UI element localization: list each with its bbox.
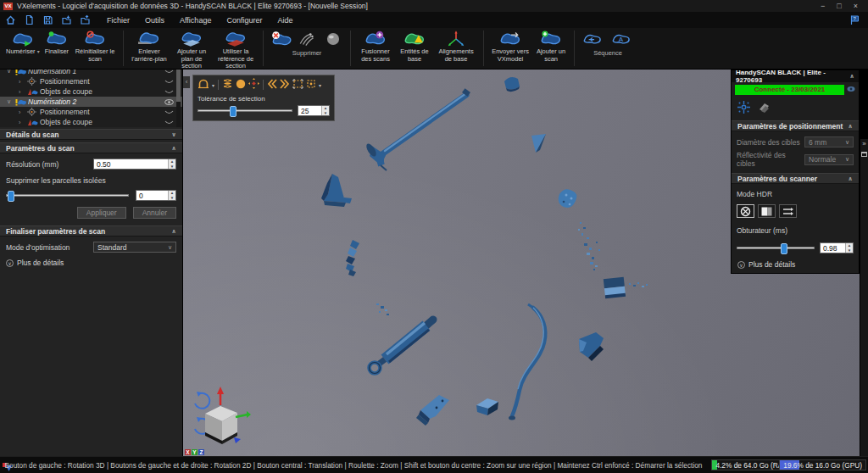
tree-item-objets-coupe-1[interactable]: › Objets de coupe: [0, 86, 182, 97]
scan-fragment-sparse-scatter[interactable]: [578, 222, 600, 270]
navigation-cube[interactable]: [183, 385, 251, 446]
cancel-button[interactable]: Annuler: [133, 207, 176, 219]
scan-details-section-header[interactable]: Détails du scan ∨: [0, 129, 182, 140]
tree-scrollbar-thumb[interactable]: [176, 70, 181, 102]
tolerance-input[interactable]: 25 ▲▼: [298, 105, 330, 116]
visibility-off-icon[interactable]: [162, 109, 175, 115]
visibility-off-icon[interactable]: [162, 79, 175, 85]
rotate-selection-right-icon[interactable]: [280, 77, 290, 92]
positioning-targets-icon[interactable]: [737, 100, 751, 116]
isolated-patches-input[interactable]: 0 ▲▼: [136, 190, 176, 201]
resolution-input[interactable]: 0.50 ▲▼: [93, 159, 176, 170]
select-visible-icon[interactable]: [306, 77, 316, 92]
visibility-off-icon[interactable]: [162, 120, 175, 125]
scan-fragment-triangle[interactable]: [531, 134, 546, 153]
slider-thumb[interactable]: [781, 243, 787, 254]
viewport-3d[interactable]: ‹: [183, 70, 860, 456]
send-to-vxmodel-button[interactable]: Envoyer vers VXmodel: [488, 30, 532, 64]
finalize-params-section-header[interactable]: Finaliser paramètres de scan ∧: [0, 225, 182, 236]
close-button[interactable]: ×: [854, 1, 858, 11]
scanner-params-section-header[interactable]: Paramètres du scanner ∧: [732, 173, 859, 184]
scan-button[interactable]: Numériser ▾: [3, 30, 42, 57]
selection-mode-dropdown-icon[interactable]: ▾: [212, 82, 214, 88]
select-through-icon[interactable]: [292, 77, 303, 92]
menu-outils[interactable]: Outils: [137, 14, 172, 27]
visibility-off-icon[interactable]: [162, 70, 175, 75]
float-panel-button[interactable]: [861, 152, 867, 157]
isolated-patches-slider[interactable]: [6, 194, 129, 197]
scan-fragment-tiny-scatter[interactable]: [376, 303, 389, 315]
scan-fragment-angular-bracket[interactable]: [579, 332, 604, 361]
reset-scan-button[interactable]: Réinitialiser le scan: [71, 30, 119, 64]
delete-brush-button[interactable]: [295, 30, 320, 48]
tree-item-objets-coupe-2[interactable]: › Objets de coupe: [0, 117, 182, 127]
scan-params-section-header[interactable]: Paramètres du scan ∧: [0, 142, 182, 153]
visibility-on-icon[interactable]: [162, 99, 175, 105]
scanner-panel-header[interactable]: HandySCAN BLACK | Elite - 9270693 ∧: [732, 70, 859, 82]
whats-new-flag-icon[interactable]: ?: [849, 14, 860, 25]
connected-selection-icon[interactable]: [222, 77, 233, 92]
mesh-surface-icon[interactable]: [758, 102, 771, 115]
basic-entities-button[interactable]: Entités de base: [396, 30, 433, 64]
menu-fichier[interactable]: Fichier: [99, 14, 137, 27]
scan-fragment-box[interactable]: [604, 277, 648, 298]
scan-fragment-cap[interactable]: [504, 77, 520, 92]
positioning-params-section-header[interactable]: Paramètres de positionnement ∧: [732, 120, 859, 131]
basic-alignments-button[interactable]: Alignements de base: [433, 30, 479, 64]
hdr-mode-surface-button[interactable]: [758, 204, 776, 218]
scan-dropdown-icon[interactable]: ▾: [37, 49, 40, 54]
delete-selection-button[interactable]: [268, 30, 295, 48]
reflectivity-select[interactable]: Normale ∨: [804, 154, 854, 165]
slider-thumb[interactable]: [230, 106, 236, 117]
hdr-mode-auto-exposure-button[interactable]: [779, 204, 797, 218]
tolerance-slider[interactable]: [198, 109, 292, 112]
scan-fragment-shock-absorber[interactable]: [370, 320, 434, 374]
spinner-arrows-icon[interactable]: ▲▼: [168, 159, 175, 169]
tree-item-positionnement-2[interactable]: › Positionnement: [0, 107, 182, 117]
new-session-icon[interactable]: [24, 14, 35, 25]
export-session-icon[interactable]: [80, 14, 91, 25]
visibility-off-icon[interactable]: [162, 89, 175, 95]
sequence-previous-button[interactable]: [579, 30, 608, 48]
expand-chevron-icon[interactable]: ∨: [7, 70, 15, 75]
hdr-mode-targets-button[interactable]: [737, 204, 754, 218]
minimize-button[interactable]: −: [821, 1, 825, 11]
shutter-slider[interactable]: [737, 247, 815, 249]
scan-fragment-flat-bracket[interactable]: [416, 395, 449, 426]
grow-selection-icon[interactable]: [248, 77, 259, 92]
slider-thumb[interactable]: [8, 191, 14, 202]
add-section-plane-button[interactable]: Ajouter un plan de section: [170, 30, 213, 71]
rotate-ccw-icon[interactable]: [195, 393, 209, 409]
tree-item-numerisation-1[interactable]: ∨ Numérisation 1: [0, 70, 182, 76]
apply-button[interactable]: Appliquer: [77, 207, 126, 219]
collapsed-chevron-icon[interactable]: ›: [19, 120, 27, 125]
import-session-icon[interactable]: [61, 14, 72, 25]
tree-item-numerisation-2[interactable]: ∨ Numérisation 2: [0, 97, 182, 107]
collapsed-chevron-icon[interactable]: ›: [19, 89, 27, 95]
rotate-selection-left-icon[interactable]: [267, 77, 277, 92]
scan-fragment-small-box[interactable]: [476, 398, 498, 415]
spinner-arrows-icon[interactable]: ▲▼: [845, 243, 853, 253]
scan-fragment-jagged-strip[interactable]: [346, 240, 359, 276]
menu-configurer[interactable]: Configurer: [219, 14, 270, 27]
restore-button[interactable]: □: [837, 1, 841, 11]
expand-chevron-icon[interactable]: ∨: [7, 98, 15, 105]
delete-sphere-button[interactable]: [320, 30, 346, 48]
add-scan-button[interactable]: Ajouter un scan: [532, 30, 570, 64]
brush-selection-icon[interactable]: [236, 77, 246, 92]
collapsed-chevron-icon[interactable]: ›: [19, 109, 27, 115]
target-diameter-select[interactable]: 6 mm ∨: [804, 136, 854, 147]
scan-fragment-patch-blob[interactable]: [559, 189, 577, 208]
scanner-view-icon[interactable]: [847, 86, 855, 94]
shutter-input[interactable]: 0.98 ▲▼: [820, 242, 854, 253]
spinner-arrows-icon[interactable]: ▲▼: [168, 191, 175, 200]
expand-panel-button[interactable]: »: [860, 139, 868, 149]
finalize-button[interactable]: Finaliser: [42, 30, 71, 57]
scan-fragment-bent-tube[interactable]: [364, 88, 470, 170]
freeform-selection-icon[interactable]: [198, 77, 209, 92]
tree-item-positionnement-1[interactable]: › Positionnement: [0, 76, 182, 86]
more-selection-tools-icon[interactable]: ▾: [319, 82, 321, 88]
save-session-icon[interactable]: [42, 14, 53, 25]
home-icon[interactable]: [5, 14, 16, 25]
collapsed-chevron-icon[interactable]: ›: [19, 79, 27, 85]
